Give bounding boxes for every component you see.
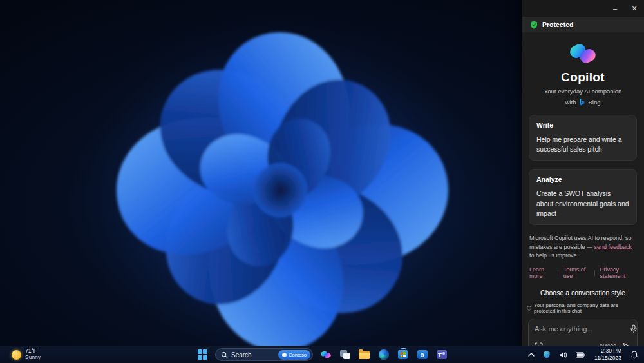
microphone-icon [630, 324, 638, 333]
data-protection-note: Your personal and company data are prote… [522, 302, 644, 314]
minimize-button[interactable]: – [605, 0, 625, 17]
taskbar-center: Search Contoso [196, 348, 448, 362]
disclaimer-text-after: to help us improve. [529, 252, 578, 259]
card-description: Help me prepare and write a successful s… [536, 135, 629, 154]
folder-icon [359, 351, 370, 359]
taskbar-file-explorer-icon[interactable] [357, 348, 371, 362]
clock-widget[interactable]: 2:30 PM 11/15/2023 [592, 346, 624, 362]
notification-bell-icon[interactable] [629, 349, 640, 361]
edge-browser-icon [379, 349, 389, 360]
bing-icon [578, 98, 585, 106]
chat-composer: 0/4000 [528, 319, 638, 346]
copilot-bing-line: with Bing [522, 98, 644, 106]
copilot-icon [320, 349, 332, 360]
with-label: with [565, 99, 576, 106]
chat-input[interactable] [535, 325, 626, 333]
bing-label: Bing [588, 99, 600, 106]
copilot-logo [568, 40, 598, 67]
card-title: Write [536, 121, 629, 129]
weather-widget[interactable]: 71°F Sunny [6, 346, 46, 363]
tray-time: 2:30 PM [594, 348, 621, 355]
copilot-body: Copilot Your everyday AI companion with [522, 32, 644, 346]
sun-icon [12, 350, 21, 360]
copilot-subtitle: Your everyday AI companion [522, 88, 644, 95]
privacy-statement-link[interactable]: Privacy statement [600, 266, 636, 279]
protected-shield-icon [530, 21, 538, 29]
ai-disclaimer: Microsoft Copilot uses AI to respond, so… [529, 234, 636, 260]
taskbar-outlook-icon[interactable]: o [415, 348, 429, 362]
learn-more-link[interactable]: Learn more [529, 266, 553, 279]
taskbar-edge-icon[interactable] [377, 348, 390, 362]
windows-logo-icon [198, 349, 208, 360]
badge-logo-icon [282, 353, 287, 357]
tray-date: 11/15/2023 [594, 355, 621, 362]
tray-security-shield-icon[interactable] [541, 349, 553, 360]
screen: – ✕ Protected [0, 0, 644, 363]
tray-chevron-up-icon[interactable] [526, 351, 536, 358]
outlook-icon: o [417, 350, 428, 359]
badge-label: Contoso [289, 352, 307, 358]
task-view-icon [340, 350, 350, 359]
close-button[interactable]: ✕ [625, 0, 644, 17]
search-label: Search [231, 351, 275, 358]
microphone-button[interactable] [630, 324, 638, 333]
teams-icon: T [437, 350, 447, 359]
suggestion-card-analyze[interactable]: Analyze Create a SWOT analysis about env… [529, 169, 637, 225]
shield-outline-icon [527, 305, 531, 311]
data-protection-text: Your personal and company data are prote… [534, 302, 639, 314]
conversation-style-heading: Choose a conversation style [522, 289, 644, 297]
weather-condition: Sunny [25, 355, 41, 361]
copilot-title: Copilot [522, 70, 644, 84]
link-divider: | [557, 270, 558, 276]
terms-of-use-link[interactable]: Terms of use [564, 266, 590, 279]
search-box[interactable]: Search Contoso [215, 348, 313, 361]
taskbar-copilot-icon[interactable] [319, 348, 332, 362]
tray-volume-icon[interactable] [557, 349, 569, 360]
card-description: Create a SWOT analysis about environment… [536, 189, 629, 219]
system-tray: 2:30 PM 11/15/2023 [526, 346, 640, 363]
send-feedback-link[interactable]: send feedback [594, 244, 632, 250]
taskbar-teams-icon[interactable]: T [435, 348, 448, 362]
start-button[interactable] [196, 348, 209, 362]
link-divider: | [594, 270, 595, 276]
taskbar: 71°F Sunny Search Contoso [0, 346, 644, 363]
copilot-panel: – ✕ Protected [522, 0, 644, 346]
taskbar-store-icon[interactable] [396, 348, 410, 362]
search-badge[interactable]: Contoso [278, 350, 310, 360]
taskbar-task-view-icon[interactable] [338, 348, 352, 362]
tray-battery-icon[interactable] [574, 350, 587, 360]
microsoft-store-icon [398, 350, 408, 359]
suggestion-card-write[interactable]: Write Help me prepare and write a succes… [529, 115, 637, 161]
legal-links: Learn more | Terms of use | Privacy stat… [529, 266, 636, 279]
search-icon [221, 351, 228, 358]
protected-banner: Protected [522, 17, 644, 32]
copilot-hero: Copilot Your everyday AI companion with [522, 32, 644, 106]
protected-label: Protected [542, 21, 573, 28]
copilot-titlebar: – ✕ [522, 0, 644, 17]
card-title: Analyze [536, 175, 629, 183]
